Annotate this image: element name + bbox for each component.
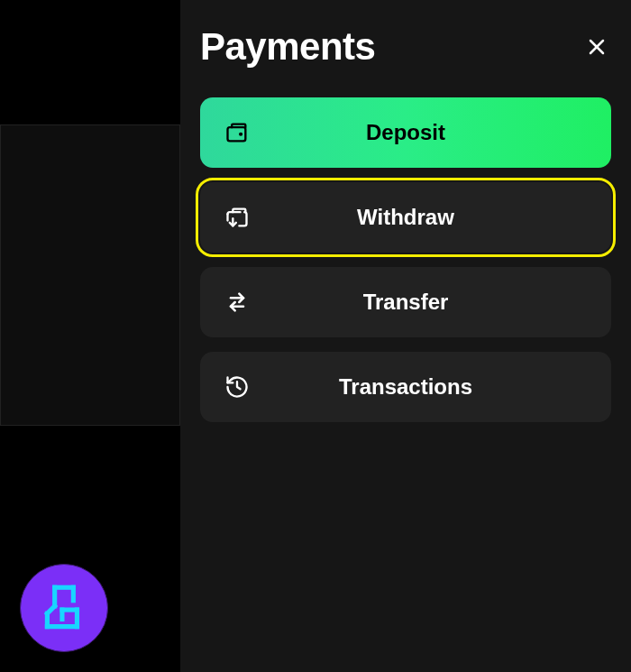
deposit-button[interactable]: Deposit <box>200 97 611 168</box>
backdrop-box <box>0 124 180 426</box>
transactions-label: Transactions <box>224 374 588 400</box>
panel-title: Payments <box>200 25 375 69</box>
close-icon <box>586 36 608 58</box>
deposit-label: Deposit <box>224 120 588 145</box>
panel-header: Payments <box>200 25 611 69</box>
transfer-label: Transfer <box>224 290 588 315</box>
menu-list: Deposit Withdraw <box>200 97 611 422</box>
withdraw-button[interactable]: Withdraw <box>200 182 611 253</box>
close-button[interactable] <box>582 32 611 61</box>
transactions-button[interactable]: Transactions <box>200 352 611 422</box>
withdraw-label: Withdraw <box>224 205 588 230</box>
avatar[interactable] <box>20 564 108 652</box>
payments-panel: Payments Deposit <box>180 0 631 672</box>
avatar-logo-icon <box>36 580 92 636</box>
backdrop <box>0 0 180 672</box>
transfer-button[interactable]: Transfer <box>200 267 611 337</box>
